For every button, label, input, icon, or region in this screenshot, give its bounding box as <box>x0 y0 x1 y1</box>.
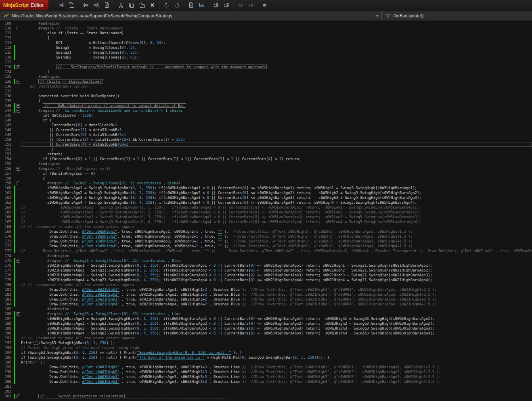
code-line[interactable]: 161 s0W5HighBarsAgo2 = Swing5.SwingHighB… <box>0 190 532 195</box>
code-line[interactable]: 203+ // Swing5 projections calculation <box>0 394 532 399</box>
redo-button[interactable] <box>172 1 182 9</box>
code-line[interactable]: 187 s0W63HighBarsAgo1 = Swing63.SwingHig… <box>0 316 532 321</box>
code-line[interactable]: 115 Swing21 = Swing(Closes[0], 21); <box>0 50 532 55</box>
code-line[interactable]: 165// s0W5LowBarsAgo2 = Swing5.SwingLowB… <box>0 210 532 215</box>
code-line[interactable]: 164// s0W5LowBarsAgo1 = Swing5.SwingLowB… <box>0 205 532 210</box>
expand-region-marker[interactable]: + <box>17 395 20 398</box>
code-line[interactable]: 139 { <box>0 98 532 103</box>
expand-region-marker[interactable]: + <box>17 80 20 84</box>
code-line[interactable]: 126+ // (State == State.Realtime) <box>0 79 532 84</box>
page-setup-button[interactable] <box>102 1 112 9</box>
code-line[interactable]: 192Print(""+Swing63.SwingHighBar(0, 1, 2… <box>0 340 532 345</box>
code-line[interactable]: 111 else if (State == State.DataLoaded) <box>0 31 532 36</box>
comment-button[interactable]: // <box>235 1 246 9</box>
code-line[interactable]: 147 CurrentBars[0] < dataS1LookB+1 <box>0 123 532 127</box>
code-line[interactable]: 175− #region // Swing21 = Swing(Closes[0… <box>0 258 532 263</box>
code-line[interactable]: 138 protected override void OnBarUpdate(… <box>0 94 532 98</box>
code-line[interactable]: 117 <box>0 60 532 65</box>
code-line[interactable]: 202 <box>0 389 532 394</box>
code-line[interactable]: 183 Draw.Dot(this, @"Dot s0W21High3" , t… <box>0 297 532 302</box>
code-line[interactable]: 173// Draw.Dot(this, @"Dot s0W5Low1" , t… <box>0 249 532 253</box>
code-line[interactable]: 170 Draw.Dot(this, @"Dot s0W5High2", tru… <box>0 234 532 239</box>
code-line[interactable]: 171 Draw.Dot(this, @"Dot s0W5High3", tru… <box>0 239 532 244</box>
compile-button[interactable] <box>260 1 270 9</box>
code-line[interactable]: 200 Draw.Dot(this, @"Dot s0W63High4" , t… <box>0 379 532 384</box>
collapse-region-marker[interactable]: − <box>17 167 20 171</box>
code-line[interactable]: 182 Draw.Dot(this, @"Dot s0W21High2" , t… <box>0 292 532 297</box>
code-line[interactable]: 163 s0W5HighBarsAgo4 = Swing5.SwingHighB… <box>0 200 532 205</box>
code-line[interactable]: 155 #endregion <box>0 161 532 166</box>
code-line[interactable]: 190 s0W63HighBarsAgo4 = Swing63.SwingHig… <box>0 331 532 336</box>
code-line[interactable]: 124 } <box>0 69 532 74</box>
code-line[interactable]: 148 || CurrentBars[1] < dataS1LookB+1 <box>0 127 532 132</box>
code-line[interactable]: 160 s0W5HighBarsAgo1 = Swing5.SwingHighB… <box>0 186 532 190</box>
uncomment-button[interactable]: // <box>246 1 256 9</box>
method-dropdown[interactable]: OnBarUpdate() <box>382 10 532 21</box>
collapse-region-marker[interactable]: − <box>17 312 20 316</box>
copy-button[interactable] <box>126 1 137 9</box>
collapse-region-marker[interactable]: − <box>17 27 20 30</box>
expand-region-marker[interactable]: + <box>17 65 20 69</box>
class-dropdown[interactable]: NinjaTrader.NinjaScript.Strategies.aaaaS… <box>0 10 382 21</box>
code-line[interactable]: 156− #region // (BarsInProgress == 0) <box>0 166 532 171</box>
code-line[interactable]: 199 Draw.Dot(this, @"Dot s0W63High3" , t… <box>0 374 532 379</box>
undo-button[interactable] <box>161 1 172 9</box>
code-line[interactable]: 180// // uncomment to make all the above… <box>0 282 532 287</box>
collapse-region-marker[interactable]: − <box>17 259 20 263</box>
collapsed-region-box[interactable]: // SetStopLoss/SetProfitTarget methods /… <box>56 65 267 69</box>
code-line[interactable]: 118+ // SetStopLoss/SetProfitTarget meth… <box>0 65 532 69</box>
code-line[interactable]: 152 ) <box>0 147 532 152</box>
code-line[interactable]: 178 s0W21HighBarsAgo3 = Swing21.SwingHig… <box>0 273 532 278</box>
code-line[interactable]: 167// s0W5LowBarsAgo4 = Swing5.SwingLowB… <box>0 219 532 224</box>
code-line[interactable]: 125 #endregion <box>0 74 532 79</box>
save-all-button[interactable] <box>67 1 77 9</box>
code-line[interactable]: 114 Swing5 = Swing(Closes[0], 5); <box>0 45 532 50</box>
code-line[interactable]: 154 if (CurrentBars[0] < 1 || CurrentBar… <box>0 157 532 161</box>
code-line[interactable]: 166// s0W5LowBarsAgo3 = Swing5.SwingLowB… <box>0 215 532 219</box>
code-line[interactable]: 140+ // OnBarUpdate() prints // uncommen… <box>0 103 532 108</box>
paste-button[interactable] <box>137 1 147 9</box>
code-line[interactable]: 172 Draw.Dot(this, @"Dot s0W5High4", tru… <box>0 244 532 249</box>
code-line[interactable]: 162 s0W5HighBarsAgo3 = Swing5.SwingHighB… <box>0 195 532 200</box>
indent-button[interactable] <box>221 1 232 9</box>
code-line[interactable]: 157 if (BarsInProgress == 0) <box>0 171 532 176</box>
code-line[interactable]: 150 || (CurrentBars[3] < dataS1LookB/10+… <box>0 137 532 142</box>
code-line[interactable]: 116 Swing63 = Swing(Closes[0], 63); <box>0 55 532 60</box>
code-line[interactable]: 168// // uncomment to make all the above… <box>0 224 532 229</box>
code-line[interactable]: 195if (Swing63.SwingHighBar(0, 1, 250) !… <box>0 355 532 360</box>
collapse-region-marker[interactable]: − <box>17 109 20 113</box>
delete-button[interactable] <box>147 1 158 9</box>
code-line[interactable]: 174 #endregion <box>0 253 532 258</box>
collapsed-region-box[interactable]: // OnBarUpdate() prints // uncomment to … <box>43 103 186 108</box>
code-line[interactable]: 137 <box>0 89 532 94</box>
code-line[interactable]: 197 Draw.Dot(this, @"Dot s0W63High1" , t… <box>0 365 532 370</box>
code-line[interactable]: 185 #endregion <box>0 307 532 311</box>
code-line[interactable]: 198 Draw.Dot(this, @"Dot s0W63High2" , t… <box>0 370 532 374</box>
code-editor[interactable]: 109 #endregion110− #region // (State == … <box>0 21 532 401</box>
collapsed-region-box[interactable]: // (State == State.Realtime) <box>38 79 103 84</box>
code-line[interactable]: 184 Draw.Dot(this, @"Dot s0W21High4" , t… <box>0 302 532 307</box>
code-line[interactable]: 177 s0W21HighBarsAgo2 = Swing21.SwingHig… <box>0 268 532 273</box>
expand-region-marker[interactable]: + <box>17 104 20 108</box>
collapsed-region-box[interactable]: // Swing5 projections calculation <box>38 394 125 398</box>
code-line[interactable]: 189 s0W63HighBarsAgo3 = Swing63.SwingHig… <box>0 326 532 331</box>
code-line[interactable]: 193// Prints the high price of the most … <box>0 345 532 350</box>
code-line[interactable]: 169 Draw.Dot(this, @"Dot s0W5High1", tru… <box>0 229 532 234</box>
code-line[interactable]: 153 return; <box>0 152 532 157</box>
code-line[interactable]: 146 if ( <box>0 118 532 123</box>
code-line[interactable]: 109 #endregion <box>0 21 532 26</box>
collapse-region-marker[interactable]: − <box>17 182 20 185</box>
chevron-down-icon[interactable]: ▾ <box>376 14 378 18</box>
cut-button[interactable] <box>116 1 126 9</box>
save-button[interactable] <box>56 1 67 9</box>
chart-button[interactable] <box>197 1 207 9</box>
print-button[interactable] <box>81 1 91 9</box>
code-line[interactable]: 149 || CurrentBars[2] < dataS1LookB/3+1 <box>0 132 532 137</box>
export-button[interactable] <box>186 1 197 9</box>
code-line[interactable]: 186− #region // Swing63 = Swing(Closes[0… <box>0 311 532 316</box>
code-line[interactable]: 113 KC1 = KeltnerChannel(Closes[0], 3, 6… <box>0 40 532 45</box>
print-preview-button[interactable] <box>91 1 102 9</box>
code-line[interactable]: 145 int dataS1LookB = 1100; <box>0 113 532 118</box>
code-line[interactable]: 176 s0W21HighBarsAgo1 = Swing21.SwingHig… <box>0 263 532 268</box>
code-line[interactable]: 179 s0W21HighBarsAgo4 = Swing21.SwingHig… <box>0 278 532 282</box>
